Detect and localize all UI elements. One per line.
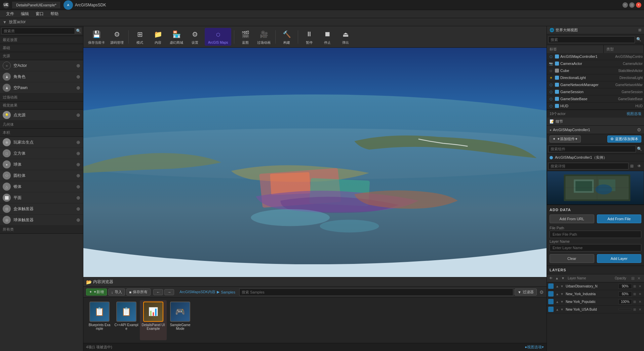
layer-4-up[interactable]: ▲ xyxy=(555,307,560,312)
toolbar-arcgis[interactable]: ⬡ ArcGIS Maps xyxy=(205,28,231,46)
layer-1-delete[interactable]: ✕ xyxy=(637,283,643,289)
import-button[interactable]: ↓ 导入 xyxy=(108,288,125,296)
sphere-add[interactable]: ⊕ xyxy=(76,162,80,167)
outline-item-cube[interactable]: □ Cube StaticMeshActor xyxy=(547,67,644,74)
panel-item-plane[interactable]: ⬜ 平面 ⊕ xyxy=(0,192,83,203)
toolbar-source-control[interactable]: ⚙ 源码管理 xyxy=(108,28,126,46)
content-item-cppapi[interactable]: 📋 C++API Example xyxy=(113,300,140,340)
content-item-details-panel[interactable]: 📊 DetailsPanel UIExample xyxy=(140,300,167,340)
left-search-input[interactable] xyxy=(1,28,75,34)
menu-help[interactable]: 帮助 xyxy=(47,10,62,17)
outline-item-hud[interactable]: ⬡ HUD HUD xyxy=(547,103,644,110)
outline-search-input[interactable] xyxy=(548,36,635,43)
save-all-button[interactable]: ■ 保存所有 xyxy=(126,288,151,296)
content-search-input[interactable] xyxy=(242,290,511,294)
panel-item-box-trigger[interactable]: ⊡ 盒体触发器 ⊕ xyxy=(0,203,83,214)
toolbar-settings[interactable]: ⚙ 设置 xyxy=(187,28,203,46)
breadcrumb-samples[interactable]: Samples xyxy=(221,290,235,294)
new-button[interactable]: ✦ ✦新增 xyxy=(86,288,107,296)
toolbar-cinematics[interactable]: 🎥 过场动画 xyxy=(255,28,273,46)
back-button[interactable]: ← xyxy=(153,289,163,295)
layer-1-up[interactable]: ▲ xyxy=(555,284,560,288)
left-search-button[interactable]: 🔍 xyxy=(75,28,82,34)
layer-1-visibility[interactable] xyxy=(548,283,554,289)
layer-down-icon[interactable]: ▼ xyxy=(560,276,566,281)
menu-file[interactable]: 文件 xyxy=(3,10,17,17)
actor-settings-btn[interactable]: ⚙ xyxy=(637,127,641,132)
layer-2-up[interactable]: ▲ xyxy=(555,291,560,296)
outline-item-camera[interactable]: 📷 CameraActor CameraActor xyxy=(547,60,644,67)
maximize-button[interactable]: □ xyxy=(629,2,635,8)
layer-name-input[interactable] xyxy=(550,244,641,251)
menu-window[interactable]: 窗口 xyxy=(32,10,47,17)
panel-item-empty-actor[interactable]: ○ 空Actor ⊕ xyxy=(0,60,83,71)
content-item-blueprints[interactable]: 📋 Blueprints Example xyxy=(86,300,113,340)
outline-item-game-state[interactable]: ⬡ GameStateBase GameStateBase xyxy=(547,95,644,103)
layer-2-copy[interactable]: ⊞ xyxy=(632,291,637,297)
component-search-input[interactable] xyxy=(548,146,636,152)
toolbar-eject[interactable]: ⏏ 弹出 xyxy=(337,28,354,46)
view-options-btn[interactable]: 视图选项 xyxy=(627,111,641,116)
panel-item-empty-pawn[interactable]: ♟ 空Pawn ⊕ xyxy=(0,82,83,93)
panel-item-cone[interactable]: △ 锥体 ⊕ xyxy=(0,181,83,192)
box-trigger-add[interactable]: ⊕ xyxy=(76,206,80,211)
outline-item-game-network[interactable]: ⬡ GameNetworkManager GameNetworkMar xyxy=(547,81,644,88)
world-outline-expand[interactable]: ⊞ xyxy=(638,28,641,32)
layer-3-delete[interactable]: ✕ xyxy=(637,299,643,304)
outline-item-directional-light[interactable]: ☀ DirectionalLight DirectionalLight xyxy=(547,74,644,81)
viewport[interactable] xyxy=(83,48,547,277)
layer-4-down[interactable]: ▼ xyxy=(560,307,564,312)
add-layer-button[interactable]: Add Layer xyxy=(597,254,642,263)
inspector-search-input[interactable] xyxy=(548,163,629,169)
toolbar-mode[interactable]: ⊞ 模式 xyxy=(131,28,148,46)
point-light-add[interactable]: ⊕ xyxy=(76,112,80,118)
layer-3-visibility[interactable] xyxy=(548,299,554,304)
content-item-sample-game[interactable]: 🎮 SampleGame Mode xyxy=(167,300,194,340)
outline-item-game-session[interactable]: ⬡ GameSession GameSession xyxy=(547,88,644,95)
clear-button[interactable]: Clear xyxy=(550,254,594,263)
layer-2-opacity[interactable]: 60% xyxy=(618,291,632,297)
toolbar-content[interactable]: 📁 内容 xyxy=(150,28,166,46)
panel-item-point-light[interactable]: 💡 点光源 ⊕ xyxy=(0,110,83,121)
toolbar-market[interactable]: 🏪 虚幻商城 xyxy=(168,28,185,46)
plane-add[interactable]: ⊕ xyxy=(76,195,80,200)
blueprint-script-button[interactable]: ⚙ 蓝图/添加脚本 xyxy=(607,135,641,143)
player-spawn-add[interactable]: ⊕ xyxy=(76,140,80,145)
app-tab[interactable]: DetailsPanelUIExample* xyxy=(12,2,61,8)
filter-button[interactable]: ▼ 过滤器 xyxy=(515,288,537,296)
layer-eye-icon[interactable]: 👁 xyxy=(548,276,554,281)
add-from-file-button[interactable]: Add From File xyxy=(597,214,642,223)
layer-4-delete[interactable]: ✕ xyxy=(637,307,643,312)
layer-up-icon[interactable]: ▲ xyxy=(554,276,560,281)
add-component-button[interactable]: ✦ ✦添加组件✦ xyxy=(550,135,581,143)
menu-edit[interactable]: 编辑 xyxy=(17,10,32,17)
forward-button[interactable]: → xyxy=(164,289,174,295)
panel-item-cylinder[interactable]: ⬭ 圆柱体 ⊕ xyxy=(0,170,83,181)
layer-2-visibility[interactable] xyxy=(548,291,554,297)
breadcrumb-root[interactable]: ArcGISMapsSDK内容 xyxy=(179,289,215,295)
layer-3-opacity[interactable]: 100% xyxy=(618,299,632,304)
minimize-button[interactable]: − xyxy=(622,2,628,8)
layer-4-opacity[interactable] xyxy=(618,309,632,310)
layer-4-visibility[interactable] xyxy=(548,307,554,312)
toolbar-build[interactable]: 🔨 构建 xyxy=(278,28,295,46)
character-add[interactable]: ⊕ xyxy=(76,74,80,79)
content-view-options[interactable]: ⚙ xyxy=(539,289,544,295)
layer-4-copy[interactable]: ⊞ xyxy=(632,307,637,312)
layer-1-copy[interactable]: ⊞ xyxy=(632,283,637,289)
panel-item-character[interactable]: ♟ 角角色 ⊕ xyxy=(0,71,83,82)
panel-item-sphere[interactable]: ● 球体 ⊕ xyxy=(0,159,83,170)
toolbar-blueprint[interactable]: 🎬 蓝图 xyxy=(237,28,254,46)
toolbar-stop[interactable]: ⏹ 停止 xyxy=(319,28,336,46)
panel-item-sphere-trigger[interactable]: ◎ 球体触发器 ⊕ xyxy=(0,214,83,226)
cube-add[interactable]: ⊕ xyxy=(76,151,80,156)
layer-2-down[interactable]: ▼ xyxy=(560,291,564,296)
toolbar-save[interactable]: 💾 保存当前卡 xyxy=(86,28,107,46)
view-options-btn[interactable]: ●视图选项▾ xyxy=(525,345,544,350)
panel-item-player-spawn[interactable]: ⊕ 玩家出生点 ⊕ xyxy=(0,137,83,148)
empty-actor-add[interactable]: ⊕ xyxy=(76,63,80,68)
inspector-grid-icon[interactable]: ⊞ xyxy=(629,163,635,169)
toolbar-pause[interactable]: ⏸ 暂停 xyxy=(301,28,318,46)
panel-item-cube[interactable]: □ 立方体 ⊕ xyxy=(0,148,83,159)
layer-1-opacity[interactable]: 90% xyxy=(618,284,632,289)
